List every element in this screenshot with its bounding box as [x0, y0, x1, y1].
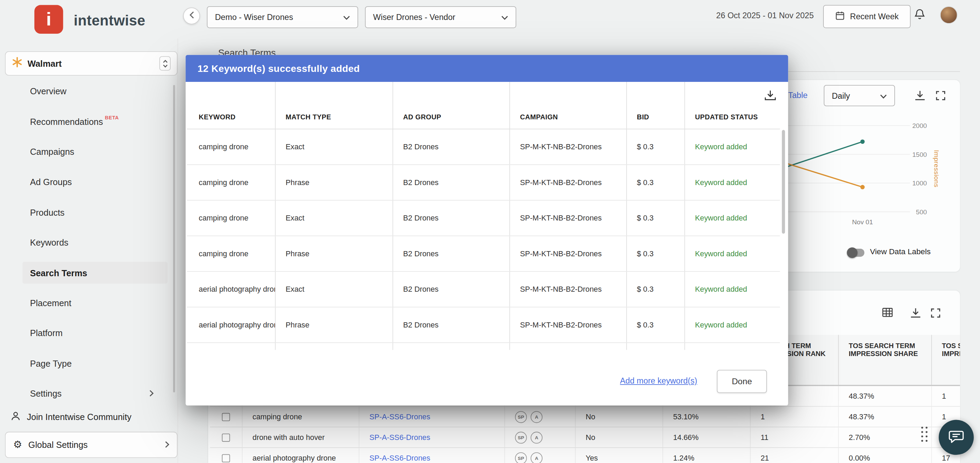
status-cell — [685, 343, 780, 350]
logo-letter: i — [46, 9, 51, 30]
channel-selector[interactable]: Walmart — [5, 51, 178, 76]
global-settings-button[interactable]: ⚙ Global Settings — [5, 432, 178, 458]
col-updated-status: UPDATED STATUS — [685, 82, 780, 129]
sidebar-item-search-terms[interactable]: Search Terms — [0, 258, 178, 288]
table-row[interactable]: camping drone SP-A-SS6-Drones SPA No 53.… — [210, 407, 960, 427]
tos-impression-share-cell: 0.00% — [839, 448, 932, 463]
fullscreen-icon[interactable] — [930, 307, 942, 319]
profile-dropdown[interactable]: Wiser Drones - Vendor — [365, 6, 517, 28]
svg-text:1500: 1500 — [912, 151, 927, 158]
col-tos-impression-share[interactable]: TOS SEARCH TERM IMPRESSION SHARE — [839, 335, 932, 385]
chevron-down-icon — [343, 13, 350, 22]
table-row[interactable]: drone with auto hover SP-A-SS6-Drones SP… — [210, 427, 960, 448]
sidebar-item-recommendations[interactable]: RecommendationsBETA — [0, 106, 178, 137]
x-axis-label: Nov 01 — [838, 218, 888, 226]
sidebar-item-keywords[interactable]: Keywords — [0, 228, 178, 258]
keywords-added-dialog: 12 Keyword(s) successfully added KEYWORD… — [186, 55, 788, 406]
ad-type-cell: SPA — [505, 448, 576, 463]
done-button[interactable]: Done — [717, 370, 767, 393]
bid-cell: $ 0.3 — [627, 236, 685, 271]
status-cell: Keyword added — [685, 236, 780, 271]
campaign-cell: SP-M-KT-NB-B2-Drones — [510, 236, 627, 271]
row-checkbox[interactable] — [222, 413, 230, 421]
sidebar-item-platform[interactable]: Platform — [0, 318, 178, 348]
svg-text:500: 500 — [916, 208, 927, 216]
search-term-cell: aerial photography drone — [243, 448, 360, 463]
table-view-toggle[interactable]: Table — [788, 91, 807, 100]
sidebar-item-page-type[interactable]: Page Type — [0, 348, 178, 379]
date-range-label: 26 Oct 2025 - 01 Nov 2025 — [716, 11, 814, 20]
granularity-dropdown[interactable]: Daily — [824, 85, 895, 106]
user-avatar[interactable] — [940, 6, 958, 24]
table-columns-icon[interactable] — [882, 307, 893, 318]
status-cell: Keyword added — [685, 272, 780, 307]
col-bid: BID — [627, 82, 685, 129]
app-root: i intentwise Demo - Wiser Drones Wiser D… — [0, 0, 980, 463]
sidebar-item-label: Recommendations — [30, 117, 103, 127]
bid-cell: $ 0.3 — [627, 307, 685, 343]
campaign-cell: SP-M-KT-NB-B2-Drones — [510, 307, 627, 343]
svg-text:1000: 1000 — [912, 180, 927, 187]
sidebar-nav: Overview RecommendationsBETA Campaigns A… — [0, 76, 178, 409]
chat-bubble-icon — [948, 428, 965, 447]
ad-group-cell — [393, 343, 510, 350]
download-icon[interactable] — [910, 307, 922, 319]
col-tos-impression-rank[interactable]: TOS SEARCH TERM IMPRESSION RANK — [932, 335, 960, 385]
sidebar-item-placement[interactable]: Placement — [0, 288, 178, 318]
impression-share-cell: 14.66% — [663, 427, 751, 447]
chat-launcher[interactable] — [939, 420, 974, 455]
granularity-value: Daily — [832, 91, 850, 100]
account-dropdown[interactable]: Demo - Wiser Drones — [207, 6, 358, 28]
channel-label: Walmart — [27, 59, 62, 68]
a-badge: A — [531, 431, 542, 443]
sidebar-collapse-button[interactable] — [183, 8, 200, 24]
download-icon[interactable] — [913, 90, 926, 102]
added-cell: No — [576, 427, 663, 447]
svg-text:2000: 2000 — [912, 122, 927, 129]
keywords-table: KEYWORD MATCH TYPE AD GROUP CAMPAIGN BID… — [187, 82, 780, 350]
right-axis-title: Impressions — [933, 150, 941, 188]
sidebar-item-products[interactable]: Products — [0, 197, 178, 228]
campaign-link[interactable]: SP-A-SS6-Drones — [359, 407, 505, 426]
channel-switcher-icon — [159, 56, 171, 70]
sidebar-item-ad-groups[interactable]: Ad Groups — [0, 167, 178, 197]
keyword-cell — [187, 343, 275, 350]
bid-cell: $ 0.3 — [627, 165, 685, 200]
sidebar-item-campaigns[interactable]: Campaigns — [0, 137, 178, 167]
join-community-link[interactable]: Join Intentwise Community — [0, 409, 178, 425]
sidebar-scrollbar[interactable] — [173, 85, 175, 393]
chevron-down-icon — [501, 13, 508, 22]
row-checkbox[interactable] — [222, 454, 230, 462]
campaign-cell — [510, 343, 627, 350]
intentwise-logo-icon[interactable]: i — [34, 5, 63, 34]
profile-dropdown-value: Wiser Drones - Vendor — [373, 13, 455, 22]
table-row[interactable]: aerial photography drone SP-A-SS6-Drones… — [210, 448, 960, 463]
bid-cell: $ 0.3 — [627, 129, 685, 164]
keywords-table-header: KEYWORD MATCH TYPE AD GROUP CAMPAIGN BID… — [187, 82, 780, 129]
fullscreen-icon[interactable] — [935, 90, 946, 102]
match-type-cell: Exact — [275, 200, 393, 235]
add-more-keywords-link[interactable]: Add more keyword(s) — [620, 376, 697, 385]
sidebar-item-overview[interactable]: Overview — [0, 76, 178, 107]
beta-badge: BETA — [105, 115, 119, 120]
campaign-link[interactable]: SP-A-SS6-Drones — [359, 448, 505, 463]
status-cell: Keyword added — [685, 165, 780, 200]
keywords-table-body: camping drone Exact B2 Drones SP-M-KT-NB… — [187, 129, 780, 350]
col-campaign: CAMPAIGN — [510, 82, 627, 129]
chat-drag-handle[interactable] — [921, 427, 929, 443]
ad-type-cell: SPA — [505, 427, 576, 447]
campaign-link[interactable]: SP-A-SS6-Drones — [359, 427, 505, 447]
col-keyword: KEYWORD — [187, 82, 275, 129]
date-picker-button[interactable]: Recent Week — [823, 5, 910, 28]
notifications-bell-icon[interactable] — [913, 8, 926, 23]
dialog-scrollbar[interactable] — [782, 130, 785, 234]
keyword-cell: aerial photography drone — [187, 272, 275, 307]
campaign-cell: SP-M-KT-NB-B2-Drones — [510, 272, 627, 307]
match-type-cell: Phrase — [275, 236, 393, 271]
sidebar-item-settings[interactable]: Settings — [0, 379, 178, 409]
row-checkbox[interactable] — [222, 433, 230, 442]
view-data-labels-toggle[interactable] — [848, 249, 864, 257]
tos-impression-share-cell: 48.37% — [839, 407, 932, 426]
bid-cell — [627, 343, 685, 350]
view-data-labels-label: View Data Labels — [870, 247, 931, 256]
